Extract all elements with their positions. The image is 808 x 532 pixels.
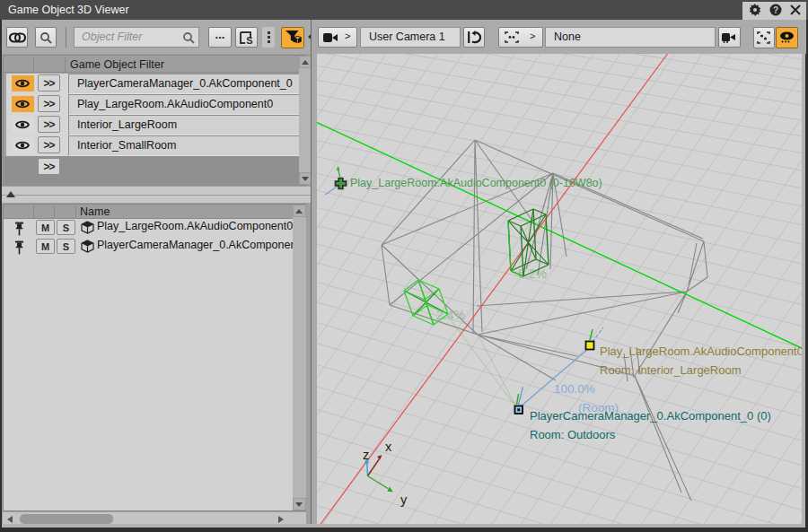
svg-text:Play_LargeRoom.AkAudioComponen: Play_LargeRoom.AkAudioComponent0 (… — [600, 344, 802, 358]
svg-text:Play_LargeRoom.AkAudioComponen: Play_LargeRoom.AkAudioComponent0 (0-10W8… — [350, 177, 602, 189]
svg-text:x: x — [385, 440, 392, 454]
svg-text:S: S — [246, 35, 252, 45]
svg-text:100.0%: 100.0% — [554, 382, 595, 396]
svg-text:6.2%: 6.2% — [518, 266, 547, 281]
svg-text:Room: Outdoors: Room: Outdoors — [530, 428, 616, 441]
svg-text:?: ? — [773, 5, 778, 15]
svg-text:PlayerCameraManager_0.AkCompon: PlayerCameraManager_0.AkComponent_0 (0) — [530, 409, 771, 423]
svg-text:z: z — [363, 448, 369, 462]
svg-text:y: y — [400, 493, 408, 507]
svg-text:Room: Interior_LargeRoom: Room: Interior_LargeRoom — [600, 363, 742, 377]
